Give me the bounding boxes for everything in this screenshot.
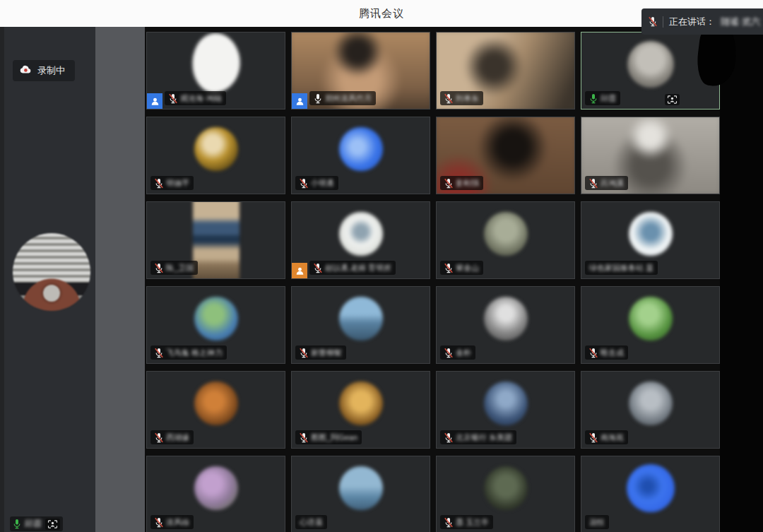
participant-avatar [484,466,528,510]
participant-tile[interactable]: 清风徐 [146,456,285,532]
participant-avatar [194,382,238,425]
participant-tile[interactable]: 观沧海·鸿锦 [146,32,285,110]
participant-name-pill: 赵以勇,老师 育明所 [309,261,396,275]
mic-muted-icon [589,178,598,189]
sidebar: 录制中 邱霞 [0,27,95,532]
participant-avatar [189,32,244,95]
participant-name-label: 刘单东 [456,93,479,104]
participant-tile[interactable]: 北京银行 东美团 [436,371,575,449]
participant-name-pill: 新蕾柳絮 [295,345,346,360]
speaking-toast: 正在讲话：随谧·览六 [641,8,763,35]
participant-name-pill: 飞鸟集 格之神力 [150,345,227,360]
participant-name-pill: 墨 玉兰亭 [440,515,493,529]
mic-muted-icon [444,348,453,358]
mic-muted-icon [444,263,453,273]
user-badge-icon [292,93,307,109]
participant-avatar [339,466,383,510]
window-title: 腾讯会议 [359,7,404,20]
participant-name-pill: 西湖缘 [150,430,194,444]
participant-tile[interactable]: 新蕾柳絮 [291,286,430,364]
participant-tile[interactable]: 远恒 [581,456,720,532]
mic-muted-icon [155,517,163,528]
mic-muted-icon [444,517,453,528]
participant-name-pill: 远恒 [585,515,609,529]
participant-avatar [629,382,673,425]
participant-name-pill: 小明勇 [295,176,338,190]
speaking-prefix: 正在讲话： [669,16,715,28]
participant-tile[interactable]: 绿色家园服务站 显 [581,201,720,279]
grid-area: 观沧海·鸿锦郑州清风竹月刘单东邱霞明德平小明勇姜刚强吕鸿溪陈_卫国赵以勇,老师 … [145,27,720,532]
mic-muted-icon [444,93,453,104]
mic-on-icon [314,93,322,104]
participant-name-label: 新蕾柳絮 [311,348,342,358]
participant-tile[interactable]: 图图_阿Gean [291,371,430,449]
participant-tile[interactable]: 心语晨 [291,456,430,532]
user-badge-icon [292,263,307,278]
member-view-icon[interactable] [45,519,60,530]
participant-name-pill: 郑州清风竹月 [309,91,376,105]
participant-name-label: 图图_阿Gean [311,432,357,443]
participant-name-label: 吕鸿溪 [601,178,624,189]
participant-name-label: 陈_卫国 [166,263,194,273]
self-name-label: 邱霞 [25,518,42,530]
participant-grid: 观沧海·鸿锦郑州清风竹月刘单东邱霞明德平小明勇姜刚强吕鸿溪陈_卫国赵以勇,老师 … [146,32,720,532]
participant-name-label: 心语晨 [300,517,323,528]
sidebar-gutter [95,27,145,532]
user-badge-icon [147,93,162,109]
participant-name-pill: 心语晨 [295,515,327,529]
mic-muted-icon [169,93,177,104]
participant-name-pill: 观沧海·鸿锦 [165,91,226,105]
mic-muted-icon [589,432,598,443]
participant-name-label: 南海苑 [601,432,624,443]
participant-avatar [629,297,673,341]
participant-name-label: 飞鸟集 格之神力 [166,348,223,358]
participant-tile[interactable]: 赵以勇,老师 育明所 [291,201,430,279]
recording-indicator[interactable]: 录制中 [13,60,75,81]
participant-tile[interactable]: 墨 玉兰亭 [436,456,575,532]
meeting-main: 录制中 邱霞 观沧海·鸿锦郑州清风竹月刘单东邱霞明德平小明勇姜刚强吕鸿溪陈_卫国… [0,27,763,532]
participant-tile[interactable]: 唯念成 [581,286,720,364]
participant-tile[interactable]: 吕鸿溪 [581,117,720,194]
participant-avatar [339,382,383,425]
participant-name-pill: 姜刚强 [440,176,483,190]
participant-tile[interactable]: 紫金山 [436,201,575,279]
participant-name-label: 北京银行 东美团 [456,432,512,443]
mic-muted-icon [649,16,657,27]
participant-tile[interactable]: 陈_卫国 [146,201,285,279]
participant-avatar [339,212,383,256]
participant-tile[interactable]: 飞鸟集 格之神力 [146,286,285,364]
participant-name-label: 远恒 [589,517,605,528]
participant-tile[interactable]: 刘单东 [436,32,575,110]
cloud-record-icon [20,65,32,76]
participant-avatar [194,297,238,341]
participant-tile[interactable]: 小明勇 [291,117,430,194]
self-name-row: 邱霞 [10,516,63,531]
participant-avatar [627,464,675,512]
speaking-name: 随谧·览六 [721,16,760,28]
participant-name-pill: 紫金山 [440,261,483,275]
participant-tile[interactable]: 姜刚强 [436,117,575,194]
participant-name-pill: 金朴 [440,345,475,360]
toast-divider [663,16,663,28]
participant-name-label: 唯念成 [601,348,624,358]
participant-name-pill: 唯念成 [585,345,628,360]
mic-muted-icon [155,263,163,273]
participant-tile[interactable]: 西湖缘 [146,371,285,449]
mic-muted-icon [300,432,308,443]
member-view-icon[interactable] [665,94,680,105]
participant-name-label: 赵以勇,老师 育明所 [325,263,391,273]
participant-tile[interactable]: 南海苑 [581,371,720,449]
participant-tile[interactable]: 金朴 [436,286,575,364]
participant-tile[interactable]: 郑州清风竹月 [291,32,430,110]
participant-name-label: 姜刚强 [456,178,479,189]
participant-name-label: 墨 玉兰亭 [456,517,489,528]
right-black-strip [720,27,763,532]
participant-avatar [484,382,528,425]
mic-muted-icon [589,348,598,358]
participant-name-label: 郑州清风竹月 [325,93,372,104]
participant-name-label: 金朴 [456,348,471,358]
participant-tile[interactable]: 明德平 [146,117,285,194]
participant-name-pill: 绿色家园服务站 显 [585,261,658,275]
participant-avatar [629,212,673,256]
participant-name-pill: 邱霞 [585,91,620,105]
